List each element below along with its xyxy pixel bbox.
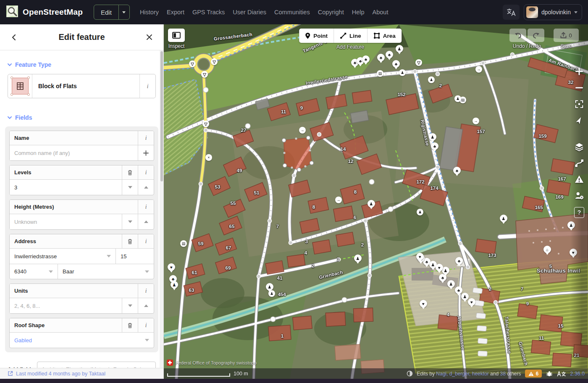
tree-marker[interactable]: ♣ bbox=[386, 51, 393, 58]
house-number[interactable]: 2 bbox=[439, 83, 442, 88]
height-input[interactable] bbox=[10, 214, 122, 229]
add-point-button[interactable]: Point bbox=[299, 29, 333, 43]
last-modified-link[interactable]: Last modified 4 months ago by Taktaal bbox=[16, 371, 105, 377]
house-number[interactable]: 7 bbox=[521, 286, 523, 291]
giveway-marker[interactable]: ▽ bbox=[201, 71, 208, 78]
x-marker[interactable]: × bbox=[205, 154, 212, 161]
person-marker[interactable]: ♟ bbox=[461, 293, 469, 300]
field-address-info-button[interactable]: i bbox=[138, 234, 154, 248]
translate-button[interactable] bbox=[503, 5, 520, 20]
home-marker[interactable]: ⌂ bbox=[543, 246, 551, 253]
add-line-button[interactable]: Line bbox=[333, 29, 367, 43]
report-bug-icon[interactable] bbox=[546, 371, 553, 377]
units-input[interactable] bbox=[10, 298, 122, 313]
others-count-link[interactable]: 38 bbox=[500, 371, 505, 377]
height-increment-button[interactable] bbox=[138, 214, 154, 229]
units-increment-button[interactable] bbox=[138, 298, 154, 313]
tree-marker[interactable]: ♣ bbox=[455, 286, 462, 294]
giveway-marker[interactable]: ▽ bbox=[189, 60, 196, 67]
edit-dropdown-button[interactable] bbox=[118, 5, 129, 19]
levels-input[interactable] bbox=[10, 180, 122, 195]
house-number[interactable]: 172 bbox=[416, 179, 424, 184]
save-button[interactable]: 0 bbox=[554, 29, 579, 42]
geolocate-button[interactable] bbox=[574, 99, 584, 109]
house-number[interactable]: 27 bbox=[241, 128, 247, 133]
feature-type-section-header[interactable]: Feature Type bbox=[0, 61, 163, 68]
nav-item-gps-tracks[interactable]: GPS Tracks bbox=[192, 9, 225, 16]
giveway-marker[interactable]: ▽ bbox=[211, 58, 218, 65]
house-number[interactable]: 63 bbox=[189, 288, 194, 293]
house-number[interactable]: 8 bbox=[312, 205, 315, 210]
house-number[interactable]: 165 bbox=[535, 205, 543, 210]
house-number[interactable]: 67 bbox=[226, 245, 231, 250]
tree-marker[interactable]: ♣ bbox=[362, 55, 370, 63]
units-decrement-button[interactable] bbox=[122, 298, 138, 313]
preset-info-button[interactable]: i bbox=[139, 74, 155, 98]
house-number[interactable]: 8 bbox=[354, 189, 357, 194]
name-input[interactable] bbox=[10, 145, 138, 160]
close-button[interactable] bbox=[143, 31, 155, 43]
height-decrement-button[interactable] bbox=[122, 214, 138, 229]
issues-count-badge[interactable]: 6 bbox=[525, 370, 542, 378]
field-units-info-button[interactable]: i bbox=[138, 284, 154, 298]
field-roof-shape-remove-button[interactable] bbox=[122, 318, 138, 332]
house-number[interactable]: 7 bbox=[276, 224, 279, 229]
house-number[interactable]: 69 bbox=[226, 265, 231, 270]
heart-marker[interactable]: ♥ bbox=[468, 298, 475, 306]
house-number[interactable]: 167 bbox=[558, 176, 566, 181]
preferences-button[interactable] bbox=[574, 191, 584, 201]
heart-marker[interactable]: ♥ bbox=[416, 253, 424, 260]
person-marker[interactable]: ♟ bbox=[428, 76, 435, 83]
house-number[interactable]: 174 bbox=[430, 186, 438, 191]
house-number[interactable]: 15 bbox=[558, 323, 564, 328]
nav-item-history[interactable]: History bbox=[140, 9, 159, 16]
person-marker[interactable]: ♟ bbox=[354, 254, 362, 262]
house-number[interactable]: 11 bbox=[539, 336, 544, 341]
tree-marker[interactable]: ♣ bbox=[453, 167, 461, 174]
entrance-marker[interactable]: → bbox=[299, 127, 306, 134]
address-housenumber-input[interactable] bbox=[116, 249, 154, 264]
house-number[interactable]: 9 bbox=[300, 105, 303, 110]
preset-card[interactable]: Block of Flats i bbox=[8, 74, 156, 98]
house-number[interactable]: 2 bbox=[312, 263, 314, 268]
sidebar-scrollbar[interactable] bbox=[160, 50, 163, 368]
zoom-out-button[interactable] bbox=[574, 83, 584, 93]
house-number[interactable]: 157 bbox=[477, 129, 485, 134]
address-city-combo[interactable]: Baar bbox=[58, 264, 154, 279]
address-street-combo[interactable]: Inwilerriedstrasse bbox=[10, 249, 116, 264]
contributor-link[interactable]: Nagi, bbox=[436, 371, 448, 377]
zoom-in-button[interactable] bbox=[574, 66, 584, 76]
nav-item-about[interactable]: About bbox=[373, 9, 388, 16]
house-number[interactable]: 9 bbox=[526, 301, 529, 306]
nav-item-communities[interactable]: Communities bbox=[274, 9, 310, 16]
nav-item-export[interactable]: Export bbox=[167, 9, 184, 16]
levels-decrement-button[interactable] bbox=[122, 180, 138, 195]
house-number[interactable]: 4 bbox=[304, 250, 307, 255]
giveway-marker[interactable]: ▽ bbox=[415, 59, 422, 66]
house-number[interactable]: 41 bbox=[277, 275, 283, 281]
person-marker[interactable]: ♟ bbox=[368, 200, 375, 207]
house-number[interactable]: 159 bbox=[538, 134, 546, 139]
field-height-info-button[interactable]: i bbox=[138, 200, 154, 214]
contrast-icon[interactable] bbox=[407, 370, 413, 377]
map-data-button[interactable] bbox=[574, 158, 584, 168]
undo-button[interactable] bbox=[509, 29, 526, 42]
house-number[interactable]: 14 bbox=[341, 147, 346, 152]
house-number[interactable]: 454 bbox=[278, 292, 286, 297]
house-number[interactable]: 169 bbox=[555, 194, 563, 199]
edit-button[interactable]: Edit bbox=[94, 5, 130, 20]
bus-marker[interactable]: ▤ bbox=[377, 70, 383, 77]
nav-item-copyright[interactable]: Copyright bbox=[318, 9, 344, 16]
bus-marker[interactable]: ▤ bbox=[180, 240, 187, 247]
tree-marker[interactable]: ♣ bbox=[431, 142, 438, 150]
user-menu-button[interactable]: dpolovinkin bbox=[524, 4, 582, 20]
nav-item-help[interactable]: Help bbox=[352, 9, 365, 16]
giveway-marker[interactable]: ▽ bbox=[202, 121, 209, 127]
entrance-marker[interactable]: → bbox=[472, 118, 479, 124]
tree-marker[interactable]: ♣ bbox=[392, 60, 400, 68]
house-number[interactable]: 6 bbox=[354, 215, 356, 220]
person-marker[interactable]: ♟ bbox=[399, 69, 406, 76]
redo-button[interactable] bbox=[528, 29, 544, 42]
tree-marker[interactable]: ♣ bbox=[377, 54, 385, 61]
field-address-remove-button[interactable] bbox=[122, 234, 138, 248]
